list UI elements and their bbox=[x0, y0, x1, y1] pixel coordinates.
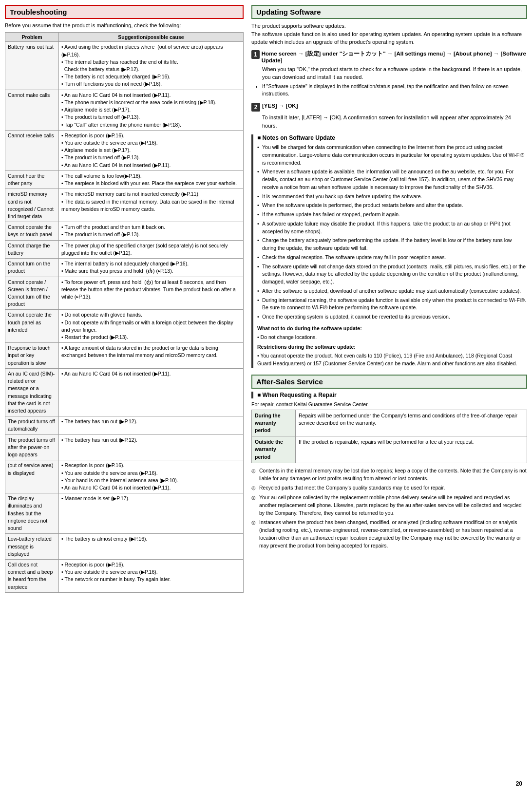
table-row-cause: • Turn off the product and then turn it … bbox=[59, 222, 244, 240]
circle-item-3: Instances where the product has been cha… bbox=[251, 519, 527, 549]
notes-item-5: A software update failure may disable th… bbox=[257, 220, 527, 236]
notes-item-1: Whenever a software update is available,… bbox=[257, 168, 527, 191]
what-not-to-do-text: • Do not change locations. bbox=[257, 334, 527, 341]
notes-item-6: Charge the battery adequately before per… bbox=[257, 237, 527, 252]
updating-software-header: Updating Software bbox=[251, 5, 527, 19]
table-row-problem: The product turns off after the power-on… bbox=[5, 434, 59, 460]
table-row-problem: microSD memory card is not recognized / … bbox=[5, 189, 59, 222]
table-row-cause: • Reception is poor (▶P.16). • You are o… bbox=[59, 130, 244, 170]
notes-item-10: During international roaming, the softwa… bbox=[257, 297, 527, 312]
table-row-cause: • An au Nano IC Card 04 is not inserted … bbox=[59, 368, 244, 416]
page-number: 20 bbox=[516, 780, 522, 787]
repair-period-1: Outside the warranty period bbox=[252, 436, 296, 463]
what-not-to-do: What not to do during the software updat… bbox=[257, 325, 527, 368]
repair-table: During the warranty periodRepairs will b… bbox=[251, 410, 527, 463]
repair-desc-0: Repairs will be performed under the Comp… bbox=[296, 410, 527, 436]
table-row-problem: Cannot turn on the product bbox=[5, 259, 59, 277]
troubleshooting-table: Problem Suggestion/possible cause Batter… bbox=[5, 32, 244, 592]
notes-item-0: You will be charged for data communicati… bbox=[257, 144, 527, 167]
notes-item-3: When the software update is performed, t… bbox=[257, 202, 527, 209]
table-row-cause: • An au Nano IC Card 04 is not inserted … bbox=[59, 90, 244, 130]
restrictions-text: • You cannot operate the product. Not ev… bbox=[257, 352, 527, 368]
table-row-cause: • To force power off, press and hold (⏻)… bbox=[59, 277, 244, 310]
table-row-cause: • The internal battery is not adequately… bbox=[59, 259, 244, 277]
circle-item-2: Your au cell phone collected by the repl… bbox=[251, 494, 527, 517]
notes-item-4: If the software update has failed or sto… bbox=[257, 211, 527, 219]
table-row-cause: • The power plug of the specified charge… bbox=[59, 240, 244, 258]
table-row-cause: • The battery has run out (▶P.12). bbox=[59, 434, 244, 460]
table-row-cause: • Reception is poor (▶P.16). • You are o… bbox=[59, 460, 244, 493]
step-num-1: 2 bbox=[251, 103, 260, 112]
what-not-to-do-title: What not to do during the software updat… bbox=[257, 325, 527, 333]
step-body-0: When you tap "OK," the product starts to… bbox=[251, 65, 527, 81]
table-row-cause: • Manner mode is set (▶P.17). bbox=[59, 493, 244, 534]
right-column: Updating Software The product supports s… bbox=[251, 5, 527, 787]
troubleshooting-title: Troubleshooting bbox=[10, 8, 67, 16]
after-sales-title: After-Sales Service bbox=[256, 377, 323, 386]
notes-item-11: Once the operating system is updated, it… bbox=[257, 313, 527, 321]
when-requesting-intro: For repair, contact Keitai Guarantee Ser… bbox=[251, 401, 527, 407]
step-sub-bullet: If "Software update" is displayed in the… bbox=[262, 83, 527, 98]
repair-desc-1: If the product is repairable, repairs wi… bbox=[296, 436, 527, 463]
after-sales-header: After-Sales Service bbox=[251, 375, 527, 389]
step-title-0: Home screen → [設定] under "ショートカット" → [Al… bbox=[262, 50, 527, 63]
after-sales-section: After-Sales Service ■ When Requesting a … bbox=[251, 375, 527, 550]
circle-list: Contents in the internal memory may be l… bbox=[251, 467, 527, 550]
troubleshooting-header: Troubleshooting bbox=[5, 5, 244, 19]
table-row-cause: • Avoid using the product in places wher… bbox=[59, 42, 244, 90]
circle-item-0: Contents in the internal memory may be l… bbox=[251, 467, 527, 483]
update-intro-line-0: The product supports software updates. bbox=[251, 22, 527, 30]
table-row-problem: Response to touch input or key operation… bbox=[5, 343, 59, 369]
table-row-cause: • Reception is poor (▶P.16). • You are o… bbox=[59, 559, 244, 592]
table-row-cause: • Do not operate with gloved hands. • Do… bbox=[59, 310, 244, 343]
step-block-1: 2[YES] → [OK]To install it later, [LATER… bbox=[251, 103, 527, 130]
table-row-problem: Call does not connect and a beep is hear… bbox=[5, 559, 59, 592]
restrictions-title: Restrictions during the software update: bbox=[257, 343, 527, 351]
table-header-cause: Suggestion/possible cause bbox=[59, 33, 244, 42]
notes-item-7: Check the signal reception. The software… bbox=[257, 254, 527, 262]
update-intro: The product supports software updates.Th… bbox=[251, 22, 527, 46]
table-row-problem: Cannot operate the keys or touch panel bbox=[5, 222, 59, 240]
notes-section: ■ Notes on Software Update You will be c… bbox=[251, 134, 527, 368]
step-title-1: [YES] → [OK] bbox=[262, 103, 298, 109]
notes-item-8: The software update will not change data… bbox=[257, 263, 527, 286]
table-row-cause: • The battery has run out (▶P.12). bbox=[59, 416, 244, 434]
table-row-problem: Cannot operate / Screen is frozen / Cann… bbox=[5, 277, 59, 310]
table-row-problem: (out of service area) is displayed bbox=[5, 460, 59, 493]
table-row-problem: Cannot make calls bbox=[5, 90, 59, 130]
step-body-1: To install it later, [LATER] → [OK]. A c… bbox=[251, 113, 527, 130]
table-row-problem: Cannot hear the other party bbox=[5, 170, 59, 189]
notes-item-9: After the software is updated, download … bbox=[257, 287, 527, 295]
table-row-problem: Battery runs out fast bbox=[5, 42, 59, 90]
circle-item-1: Recycled parts that meet the Company's q… bbox=[251, 484, 527, 492]
step-block-0: 1Home screen → [設定] under "ショートカット" → [A… bbox=[251, 50, 527, 98]
table-row-problem: Low-battery related message is displayed bbox=[5, 534, 59, 560]
table-row-problem: Cannot charge the battery bbox=[5, 240, 59, 258]
step-num-0: 1 bbox=[251, 50, 260, 59]
table-header-problem: Problem bbox=[5, 33, 59, 42]
repair-period-0: During the warranty period bbox=[252, 410, 296, 436]
notes-item-2: It is recommended that you back up data … bbox=[257, 193, 527, 201]
updating-software-title: Updating Software bbox=[256, 8, 321, 16]
table-row-cause: • The battery is almost empty (▶P.16). bbox=[59, 534, 244, 560]
table-row-cause: • The microSD memory card is not inserte… bbox=[59, 189, 244, 222]
when-requesting-header: ■ When Requesting a Repair bbox=[251, 392, 527, 398]
table-row-cause: • The call volume is too low(▶P.18). • T… bbox=[59, 170, 244, 189]
left-column: Troubleshooting Before you assume that t… bbox=[5, 5, 244, 787]
table-row-problem: The display illuminates and flashes but … bbox=[5, 493, 59, 534]
update-intro-line-1: The software update function is also use… bbox=[251, 30, 527, 46]
table-row-problem: Cannot receive calls bbox=[5, 130, 59, 170]
table-row-cause: • A large amount of data is stored in th… bbox=[59, 343, 244, 369]
notes-list: You will be charged for data communicati… bbox=[257, 144, 527, 321]
troubleshooting-intro: Before you assume that the product is ma… bbox=[5, 22, 244, 29]
table-row-problem: Cannot operate the touch panel as intend… bbox=[5, 310, 59, 343]
notes-header: ■ Notes on Software Update bbox=[257, 134, 527, 141]
table-row-problem: An au IC card (SIM)-related error messag… bbox=[5, 368, 59, 416]
table-row-problem: The product turns off automatically bbox=[5, 416, 59, 434]
